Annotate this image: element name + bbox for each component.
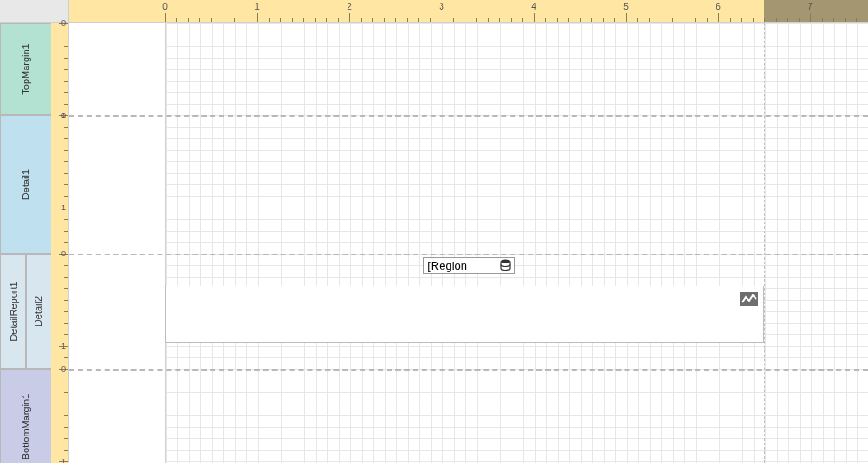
sparkline-icon [740, 292, 758, 306]
h-ruler-label: 6 [716, 2, 721, 12]
v-ruler-label: 0 [61, 365, 66, 373]
chart-element[interactable] [165, 286, 764, 342]
band-separator[interactable] [69, 254, 868, 255]
v-ruler-label: 1 [61, 457, 66, 463]
database-icon [500, 259, 511, 273]
region-cell[interactable]: [Region [423, 257, 515, 274]
v-ruler-label: 1 [61, 341, 66, 350]
h-ruler-label: 2 [347, 2, 352, 12]
band-header-topmargin[interactable]: TopMargin1 [0, 23, 51, 115]
left-margin-area [69, 23, 165, 463]
v-ruler-label: 0 [61, 19, 66, 27]
grid-area[interactable] [165, 23, 868, 463]
horizontal-ruler[interactable]: 01234567 [69, 0, 868, 23]
band-separator[interactable] [69, 115, 868, 117]
band-header-detail2[interactable]: Detail2 [26, 254, 51, 369]
band-header-detailreport[interactable]: DetailReport1 [0, 254, 26, 369]
page-right-edge [764, 23, 765, 463]
band-header-bottommargin[interactable]: BottomMargin1 [0, 369, 51, 463]
h-ruler-label: 1 [254, 2, 260, 12]
band-header-label: Detail2 [34, 296, 44, 326]
band-headers: TopMargin1Detail1DetailReport1Detail2Bot… [0, 23, 51, 463]
band-header-detail1[interactable]: Detail1 [0, 115, 51, 254]
h-ruler-label: 4 [531, 2, 536, 12]
band-header-label: TopMargin1 [20, 43, 31, 94]
band-separator[interactable] [69, 369, 868, 371]
band-header-label: BottomMargin1 [20, 394, 31, 460]
band-header-label: DetailReport1 [8, 281, 19, 341]
h-ruler-label: 5 [623, 2, 629, 12]
region-cell-text: [Region [427, 259, 467, 272]
vertical-ruler[interactable]: 01010101 [51, 23, 69, 463]
v-ruler-label: 1 [61, 203, 66, 212]
band-header-label: Detail1 [20, 169, 31, 200]
v-ruler-label: 0 [61, 249, 66, 258]
h-ruler-label: 7 [808, 2, 813, 12]
ruler-corner [0, 0, 69, 23]
h-ruler-label: 3 [439, 2, 444, 12]
h-ruler-label: 0 [162, 2, 168, 12]
v-ruler-label: 0 [61, 111, 66, 120]
svg-point-0 [501, 259, 510, 263]
design-surface[interactable]: [Region [69, 23, 868, 463]
